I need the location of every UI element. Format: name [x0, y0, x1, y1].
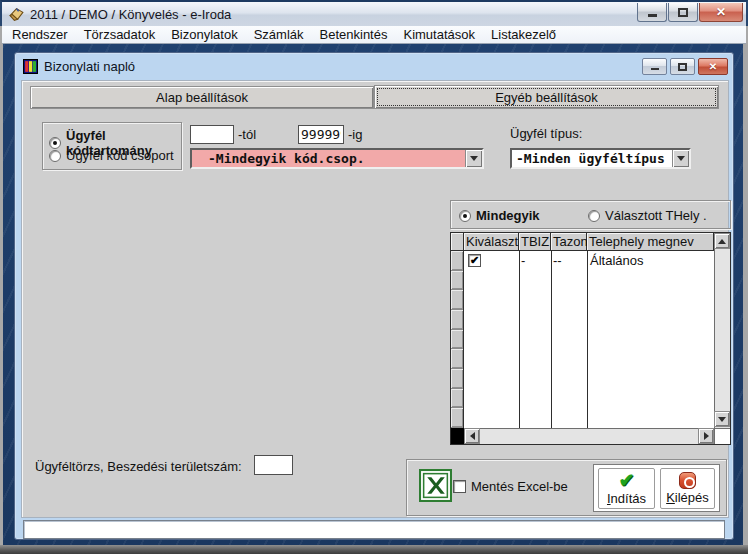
- table-corner-header: [451, 233, 464, 251]
- dropdown-button[interactable]: [672, 150, 689, 167]
- customer-type-label: Ügyfél típus:: [510, 126, 582, 141]
- radio-mindegyik[interactable]: Mindegyik: [459, 208, 540, 223]
- dialog-titlebar[interactable]: Bizonylati napló ✕: [15, 53, 733, 79]
- code-group-combo[interactable]: -Mindegyik kód.csop.: [190, 148, 484, 169]
- row-selector-cell[interactable]: [451, 251, 463, 271]
- status-bar: [23, 520, 725, 539]
- window-title: 2011 / DEMO / Könyvelés - e-Iroda: [30, 7, 231, 22]
- maximize-icon: [678, 63, 687, 71]
- area-number-label: Ügyféltörzs, Beszedési területszám:: [35, 459, 242, 474]
- check-icon: ✔: [619, 472, 635, 490]
- dialog-title: Bizonylati napló: [44, 59, 135, 74]
- menu-item-betenkintes[interactable]: Betenkintés: [312, 27, 396, 42]
- area-number-input[interactable]: [254, 455, 293, 475]
- minimize-icon: [648, 14, 657, 17]
- row-selector-cell[interactable]: [451, 408, 463, 428]
- radio-unselected-icon: [588, 210, 600, 222]
- radio-label: Választott THely .: [605, 208, 707, 223]
- menu-item-bizonylatok[interactable]: Bizonylatok: [163, 27, 245, 42]
- scroll-right-button[interactable]: [698, 428, 714, 444]
- row-selector-cell[interactable]: [451, 290, 463, 310]
- radio-label: Ügyfél kód csoport: [66, 148, 174, 163]
- row-selector-cell[interactable]: [451, 330, 463, 350]
- combo-value: -Mindegyik kód.csop.: [192, 151, 465, 166]
- row-selector-cell[interactable]: [451, 349, 463, 369]
- chevron-down-icon: [677, 156, 685, 161]
- scroll-corner: [714, 428, 730, 444]
- maximize-button[interactable]: [668, 3, 698, 22]
- row-selector-cell[interactable]: [451, 310, 463, 330]
- row-selector-cell[interactable]: [451, 271, 463, 291]
- cell-tbiz: -: [521, 253, 525, 268]
- menu-item-listakezelo[interactable]: Listakezelő: [483, 27, 564, 42]
- inditas-button[interactable]: ✔ Indítás: [598, 468, 655, 509]
- tab-egyeb-beallitasok[interactable]: Egyéb beállítások: [374, 85, 719, 109]
- cell-telephely-megnev: Általános: [590, 253, 643, 268]
- menu-item-torzsadatok[interactable]: Törzsadatok: [76, 27, 164, 42]
- maximize-icon: [678, 8, 688, 17]
- column-header-tazon[interactable]: Tazon: [551, 233, 587, 251]
- dialog-window-controls: ✕: [642, 58, 728, 75]
- dialog-content: Alap beállítások Egyéb beállítások Ügyfé…: [21, 80, 729, 518]
- exit-icon: [679, 472, 696, 489]
- scroll-down-button[interactable]: [714, 411, 730, 427]
- close-button[interactable]: ✕: [699, 3, 743, 22]
- row-selector-cell[interactable]: [451, 369, 463, 389]
- dialog-maximize-button[interactable]: [670, 58, 695, 75]
- save-excel-option[interactable]: Mentés Excel-be: [453, 479, 568, 494]
- menubar: Rendszer Törzsadatok Bizonylatok Számlák…: [2, 26, 746, 44]
- arrow-right-icon: [704, 432, 709, 440]
- to-suffix-label: -ig: [348, 127, 362, 142]
- customer-code-groupbox: Ügyfél kódtartomány Ügyfél kód csoport: [42, 122, 182, 170]
- combo-value: -Minden ügyféltípus: [512, 151, 672, 166]
- export-groupbox: Mentés Excel-be ✔ Indítás Kilépés: [406, 459, 727, 516]
- row-selector-column: [451, 251, 464, 428]
- code-from-input[interactable]: [190, 125, 234, 144]
- column-header-kivalaszt[interactable]: Kiválaszt: [464, 233, 519, 251]
- column-header-tbiz[interactable]: TBIZ: [519, 233, 551, 251]
- site-filter-groupbox: Mindegyik Választott THely .: [450, 200, 731, 229]
- excel-icon: [419, 469, 452, 502]
- close-icon: ✕: [709, 61, 717, 72]
- row-selector-cell[interactable]: [451, 389, 463, 409]
- dialog-close-button[interactable]: ✕: [698, 58, 728, 75]
- from-suffix-label: -tól: [238, 127, 256, 142]
- app-icon: [8, 6, 25, 23]
- code-to-input[interactable]: [298, 125, 344, 144]
- action-button-panel: ✔ Indítás Kilépés: [593, 464, 720, 512]
- close-icon: ✕: [716, 5, 726, 19]
- cell-tazon: --: [553, 253, 562, 268]
- dialog-minimize-button[interactable]: [642, 58, 667, 75]
- vertical-scrollbar[interactable]: [714, 233, 730, 428]
- menu-item-szamlak[interactable]: Számlák: [246, 27, 312, 42]
- menu-item-rendszer[interactable]: Rendszer: [4, 27, 76, 42]
- kilepes-button[interactable]: Kilépés: [660, 468, 715, 509]
- grid-line: [519, 251, 520, 428]
- checkbox-unchecked[interactable]: [453, 480, 466, 493]
- main-titlebar: 2011 / DEMO / Könyvelés - e-Iroda ✕: [0, 0, 748, 26]
- chevron-down-icon: [470, 156, 478, 161]
- arrow-left-icon: [470, 432, 475, 440]
- grid-line: [551, 251, 552, 428]
- radio-selected-icon: [459, 210, 471, 222]
- taskbar-strip: [0, 545, 748, 554]
- scroll-up-button[interactable]: [714, 233, 730, 249]
- menu-item-kimutatasok[interactable]: Kimutatások: [395, 27, 483, 42]
- dialog-icon: [23, 59, 38, 74]
- tab-alap-beallitasok[interactable]: Alap beállítások: [30, 86, 374, 109]
- grid-line: [587, 251, 588, 428]
- dropdown-button[interactable]: [465, 150, 482, 167]
- radio-valasztott-thely[interactable]: Választott THely .: [588, 208, 707, 223]
- minimize-icon: [651, 68, 659, 70]
- dialog-bizonylati-naplo: Bizonylati napló ✕ Alap beállítások Egyé…: [14, 52, 734, 540]
- site-table: Kiválaszt TBIZ Tazon Telephely megnev: [450, 232, 731, 445]
- window-controls: ✕: [636, 3, 743, 22]
- scroll-left-button[interactable]: [464, 428, 480, 444]
- radio-ugyfel-kod-csoport[interactable]: Ügyfél kód csoport: [49, 148, 174, 163]
- column-header-telephely-megnev[interactable]: Telephely megnev: [587, 233, 714, 251]
- button-label: Indítás: [607, 491, 646, 506]
- horizontal-scrollbar[interactable]: [451, 428, 714, 444]
- row-checkbox-checked[interactable]: ✔: [468, 254, 481, 267]
- customer-type-combo[interactable]: -Minden ügyféltípus: [510, 148, 691, 169]
- minimize-button[interactable]: [637, 3, 667, 22]
